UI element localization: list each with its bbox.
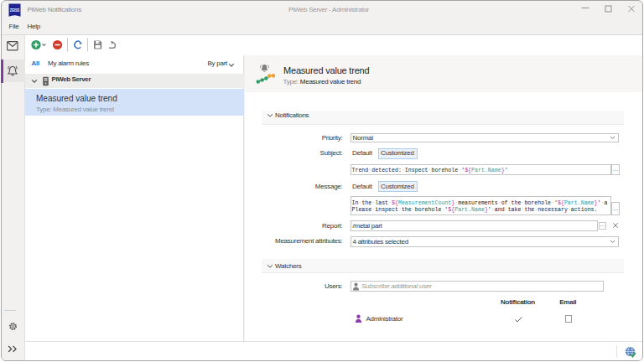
svg-text:ZEISS: ZEISS — [9, 8, 19, 12]
